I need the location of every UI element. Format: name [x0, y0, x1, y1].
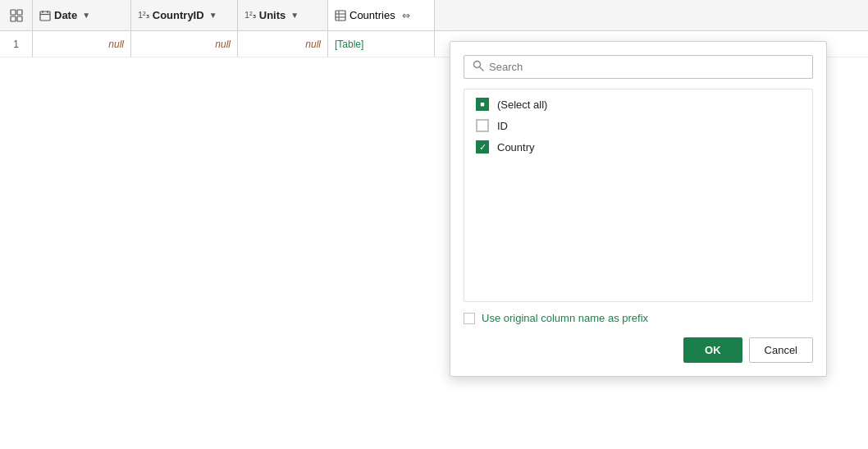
- cell-countryid: null: [131, 31, 238, 57]
- col-dropdown-units[interactable]: ▼: [290, 11, 299, 20]
- row-num-header: [0, 0, 33, 30]
- cell-units: null: [238, 31, 328, 57]
- prefix-label: Use original column name as prefix: [482, 312, 648, 324]
- table-header: Date ▼ 1²₃ CountryID ▼ 1²₃ Units ▼ Count…: [0, 0, 868, 31]
- expand-columns-dialog: (Select all) ID Country Use original col…: [450, 41, 827, 377]
- checkbox-select-all-label: (Select all): [497, 99, 547, 111]
- grid-icon: [10, 9, 23, 22]
- row-num-cell: 1: [0, 31, 33, 57]
- table-col-icon: [335, 10, 346, 21]
- checkbox-id-label: ID: [497, 120, 508, 132]
- prefix-checkbox[interactable]: [464, 313, 475, 324]
- svg-rect-3: [17, 16, 22, 21]
- checkbox-id[interactable]: ID: [476, 119, 801, 132]
- col-name-countries: Countries: [349, 9, 395, 21]
- cell-countries: [Table]: [328, 31, 435, 57]
- col-dropdown-countryid[interactable]: ▼: [209, 11, 217, 20]
- type-icon-countryid: 1²₃: [138, 10, 149, 21]
- checkbox-list: (Select all) ID Country: [464, 89, 813, 302]
- col-header-countries[interactable]: Countries ⇔: [328, 0, 435, 30]
- search-box[interactable]: [464, 55, 813, 79]
- dialog-buttons: OK Cancel: [464, 337, 813, 363]
- col-header-date[interactable]: Date ▼: [33, 0, 131, 30]
- col-name-date: Date: [54, 9, 77, 21]
- checkbox-country[interactable]: Country: [476, 140, 801, 153]
- svg-rect-4: [40, 11, 50, 21]
- col-dropdown-date[interactable]: ▼: [82, 11, 90, 20]
- popup-overlay: (Select all) ID Country Use original col…: [0, 0, 868, 449]
- checkbox-country-box[interactable]: [476, 140, 489, 153]
- col-name-units: Units: [259, 9, 286, 21]
- checkbox-select-all[interactable]: (Select all): [476, 98, 801, 111]
- svg-rect-0: [11, 10, 16, 15]
- col-expand-countries[interactable]: ⇔: [402, 10, 410, 21]
- calendar-icon: [39, 10, 51, 21]
- svg-rect-2: [11, 16, 16, 21]
- type-icon-units: 1²₃: [244, 10, 256, 21]
- checkbox-country-label: Country: [497, 141, 535, 153]
- prefix-row[interactable]: Use original column name as prefix: [464, 312, 813, 324]
- col-name-countryid: CountryID: [153, 9, 204, 21]
- ok-button[interactable]: OK: [683, 337, 742, 363]
- svg-rect-1: [17, 10, 22, 15]
- cell-date: null: [33, 31, 131, 57]
- cancel-button[interactable]: Cancel: [749, 337, 813, 363]
- svg-rect-8: [336, 11, 345, 21]
- col-header-countryid[interactable]: 1²₃ CountryID ▼: [131, 0, 238, 30]
- svg-line-13: [480, 67, 484, 71]
- checkbox-select-all-box[interactable]: [476, 98, 489, 111]
- search-input[interactable]: [489, 61, 804, 73]
- search-icon: [473, 60, 484, 74]
- col-header-units[interactable]: 1²₃ Units ▼: [238, 0, 328, 30]
- main-area: Date ▼ 1²₃ CountryID ▼ 1²₃ Units ▼ Count…: [0, 0, 868, 449]
- checkbox-id-box[interactable]: [476, 119, 489, 132]
